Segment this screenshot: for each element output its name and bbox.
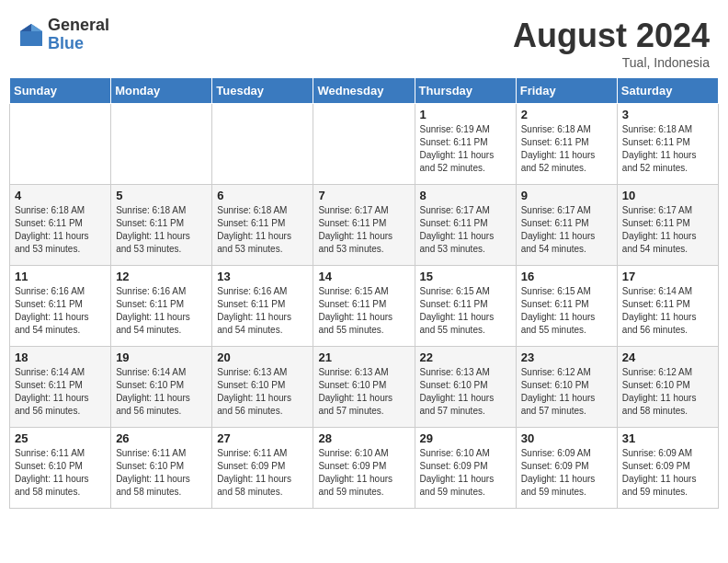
calendar-cell [111, 104, 212, 185]
day-info: Sunrise: 6:13 AM Sunset: 6:10 PM Dayligh… [420, 366, 511, 418]
day-number: 13 [217, 270, 308, 283]
calendar-cell: 17Sunrise: 6:14 AM Sunset: 6:11 PM Dayli… [617, 266, 718, 347]
day-info: Sunrise: 6:09 AM Sunset: 6:09 PM Dayligh… [521, 447, 612, 499]
day-info: Sunrise: 6:17 AM Sunset: 6:11 PM Dayligh… [622, 204, 713, 256]
day-number: 5 [116, 189, 207, 202]
day-number: 16 [521, 270, 612, 283]
weekday-header-monday: Monday [111, 78, 212, 104]
calendar-cell: 5Sunrise: 6:18 AM Sunset: 6:11 PM Daylig… [111, 185, 212, 266]
day-info: Sunrise: 6:12 AM Sunset: 6:10 PM Dayligh… [521, 366, 612, 418]
day-number: 2 [521, 108, 612, 121]
weekday-header-thursday: Thursday [415, 78, 516, 104]
day-number: 19 [116, 350, 207, 364]
day-info: Sunrise: 6:15 AM Sunset: 6:11 PM Dayligh… [318, 285, 409, 337]
calendar-cell: 16Sunrise: 6:15 AM Sunset: 6:11 PM Dayli… [516, 266, 617, 347]
calendar-cell: 14Sunrise: 6:15 AM Sunset: 6:11 PM Dayli… [313, 266, 415, 347]
day-number: 10 [622, 189, 713, 202]
calendar-cell: 31Sunrise: 6:09 AM Sunset: 6:09 PM Dayli… [617, 428, 718, 509]
day-number: 3 [622, 108, 713, 121]
day-number: 21 [318, 350, 409, 364]
day-number: 22 [420, 350, 511, 364]
day-number: 30 [521, 431, 612, 445]
calendar-cell: 13Sunrise: 6:16 AM Sunset: 6:11 PM Dayli… [212, 266, 313, 347]
day-number: 24 [622, 350, 713, 364]
week-row-3: 11Sunrise: 6:16 AM Sunset: 6:11 PM Dayli… [10, 266, 719, 347]
weekday-header-tuesday: Tuesday [212, 78, 313, 104]
calendar-cell: 20Sunrise: 6:13 AM Sunset: 6:10 PM Dayli… [212, 347, 313, 428]
day-info: Sunrise: 6:18 AM Sunset: 6:11 PM Dayligh… [521, 123, 612, 175]
calendar-cell: 9Sunrise: 6:17 AM Sunset: 6:11 PM Daylig… [516, 185, 617, 266]
location: Tual, Indonesia [513, 55, 710, 70]
day-info: Sunrise: 6:16 AM Sunset: 6:11 PM Dayligh… [116, 285, 207, 337]
logo-icon [18, 22, 44, 48]
day-info: Sunrise: 6:18 AM Sunset: 6:11 PM Dayligh… [116, 204, 207, 256]
day-info: Sunrise: 6:11 AM Sunset: 6:10 PM Dayligh… [116, 447, 207, 499]
calendar-cell: 28Sunrise: 6:10 AM Sunset: 6:09 PM Dayli… [313, 428, 415, 509]
day-info: Sunrise: 6:15 AM Sunset: 6:11 PM Dayligh… [521, 285, 612, 337]
day-number: 27 [217, 431, 308, 445]
day-number: 9 [521, 189, 612, 202]
day-info: Sunrise: 6:11 AM Sunset: 6:10 PM Dayligh… [15, 447, 106, 499]
day-number: 31 [622, 431, 713, 445]
calendar-cell: 23Sunrise: 6:12 AM Sunset: 6:10 PM Dayli… [516, 347, 617, 428]
logo-general: General [48, 17, 109, 35]
title-block: August 2024 Tual, Indonesia [513, 17, 710, 70]
logo: General Blue [18, 17, 109, 53]
day-number: 11 [15, 270, 106, 283]
calendar-cell: 10Sunrise: 6:17 AM Sunset: 6:11 PM Dayli… [617, 185, 718, 266]
day-info: Sunrise: 6:13 AM Sunset: 6:10 PM Dayligh… [318, 366, 409, 418]
calendar-cell: 1Sunrise: 6:19 AM Sunset: 6:11 PM Daylig… [415, 104, 516, 185]
svg-marker-2 [20, 24, 31, 31]
day-info: Sunrise: 6:14 AM Sunset: 6:10 PM Dayligh… [116, 366, 207, 418]
day-info: Sunrise: 6:10 AM Sunset: 6:09 PM Dayligh… [318, 447, 409, 499]
day-info: Sunrise: 6:19 AM Sunset: 6:11 PM Dayligh… [420, 123, 511, 175]
day-number: 12 [116, 270, 207, 283]
logo-blue: Blue [48, 35, 109, 53]
weekday-header-wednesday: Wednesday [313, 78, 415, 104]
calendar-cell [212, 104, 313, 185]
week-row-1: 1Sunrise: 6:19 AM Sunset: 6:11 PM Daylig… [10, 104, 719, 185]
day-number: 1 [420, 108, 511, 121]
calendar-cell: 2Sunrise: 6:18 AM Sunset: 6:11 PM Daylig… [516, 104, 617, 185]
day-number: 26 [116, 431, 207, 445]
calendar-cell: 26Sunrise: 6:11 AM Sunset: 6:10 PM Dayli… [111, 428, 212, 509]
calendar-cell: 21Sunrise: 6:13 AM Sunset: 6:10 PM Dayli… [313, 347, 415, 428]
day-info: Sunrise: 6:14 AM Sunset: 6:11 PM Dayligh… [622, 285, 713, 337]
day-number: 8 [420, 189, 511, 202]
logo-text: General Blue [48, 17, 109, 53]
calendar-cell: 4Sunrise: 6:18 AM Sunset: 6:11 PM Daylig… [10, 185, 111, 266]
day-info: Sunrise: 6:18 AM Sunset: 6:11 PM Dayligh… [15, 204, 106, 256]
day-number: 7 [318, 189, 409, 202]
calendar-cell: 6Sunrise: 6:18 AM Sunset: 6:11 PM Daylig… [212, 185, 313, 266]
calendar-cell: 18Sunrise: 6:14 AM Sunset: 6:11 PM Dayli… [10, 347, 111, 428]
week-row-2: 4Sunrise: 6:18 AM Sunset: 6:11 PM Daylig… [10, 185, 719, 266]
calendar-cell: 7Sunrise: 6:17 AM Sunset: 6:11 PM Daylig… [313, 185, 415, 266]
calendar-table: SundayMondayTuesdayWednesdayThursdayFrid… [9, 77, 719, 509]
day-number: 28 [318, 431, 409, 445]
calendar-cell: 12Sunrise: 6:16 AM Sunset: 6:11 PM Dayli… [111, 266, 212, 347]
calendar-cell: 22Sunrise: 6:13 AM Sunset: 6:10 PM Dayli… [415, 347, 516, 428]
day-number: 4 [15, 189, 106, 202]
week-row-4: 18Sunrise: 6:14 AM Sunset: 6:11 PM Dayli… [10, 347, 719, 428]
calendar-cell: 29Sunrise: 6:10 AM Sunset: 6:09 PM Dayli… [415, 428, 516, 509]
calendar-cell: 27Sunrise: 6:11 AM Sunset: 6:09 PM Dayli… [212, 428, 313, 509]
day-info: Sunrise: 6:15 AM Sunset: 6:11 PM Dayligh… [420, 285, 511, 337]
week-row-5: 25Sunrise: 6:11 AM Sunset: 6:10 PM Dayli… [10, 428, 719, 509]
calendar-cell: 11Sunrise: 6:16 AM Sunset: 6:11 PM Dayli… [10, 266, 111, 347]
day-info: Sunrise: 6:16 AM Sunset: 6:11 PM Dayligh… [217, 285, 308, 337]
day-info: Sunrise: 6:18 AM Sunset: 6:11 PM Dayligh… [217, 204, 308, 256]
day-info: Sunrise: 6:18 AM Sunset: 6:11 PM Dayligh… [622, 123, 713, 175]
day-number: 18 [15, 350, 106, 364]
day-number: 15 [420, 270, 511, 283]
calendar-cell: 3Sunrise: 6:18 AM Sunset: 6:11 PM Daylig… [617, 104, 718, 185]
day-number: 29 [420, 431, 511, 445]
page-header: General Blue August 2024 Tual, Indonesia [9, 9, 719, 74]
calendar-cell [10, 104, 111, 185]
calendar-cell: 8Sunrise: 6:17 AM Sunset: 6:11 PM Daylig… [415, 185, 516, 266]
day-info: Sunrise: 6:14 AM Sunset: 6:11 PM Dayligh… [15, 366, 106, 418]
weekday-header-friday: Friday [516, 78, 617, 104]
calendar-cell: 15Sunrise: 6:15 AM Sunset: 6:11 PM Dayli… [415, 266, 516, 347]
day-info: Sunrise: 6:12 AM Sunset: 6:10 PM Dayligh… [622, 366, 713, 418]
day-info: Sunrise: 6:16 AM Sunset: 6:11 PM Dayligh… [15, 285, 106, 337]
weekday-header-row: SundayMondayTuesdayWednesdayThursdayFrid… [10, 78, 719, 104]
